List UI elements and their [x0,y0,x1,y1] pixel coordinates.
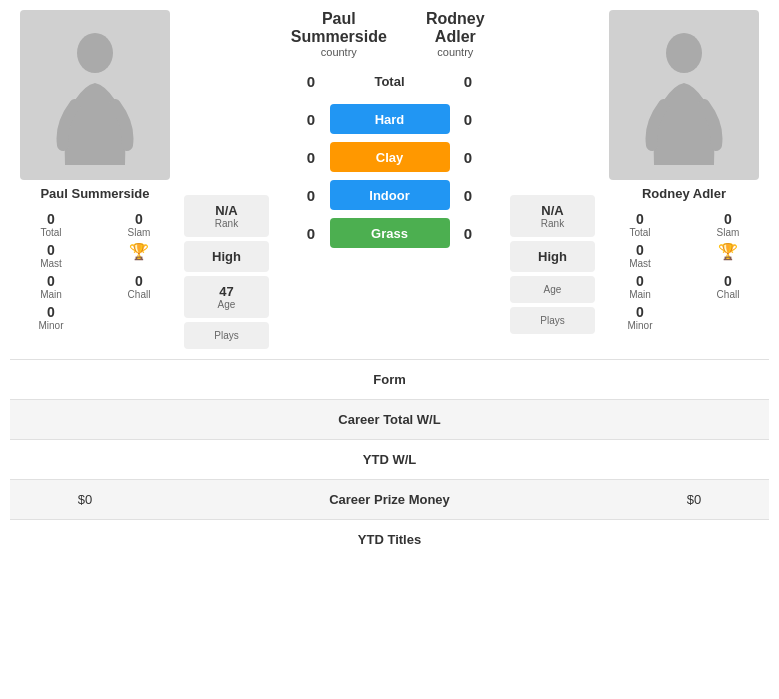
svg-point-0 [77,33,113,73]
left-info-boxes: N/A Rank High 47 Age Plays [184,195,269,349]
score-right-hard: 0 [456,111,481,128]
main-container: Paul Summerside 0 Total 0 Slam 0 Mast 🏆 [0,0,779,559]
left-stat-trophy: 🏆 [98,242,180,269]
middle-section: Paul Summerside country Rodney Adler cou… [273,10,506,252]
bottom-row-career-prize-money: $0 Career Prize Money $0 [10,479,769,519]
score-left-hard: 0 [299,111,324,128]
score-left-grass: 0 [299,225,324,242]
surface-btn-indoor[interactable]: Indoor [330,180,450,210]
right-high-box: High [510,241,595,272]
score-right-grass: 0 [456,225,481,242]
right-rank-box: N/A Rank [510,195,595,237]
bottom-row-ytd-wl: YTD W/L [10,439,769,479]
left-high-box: High [184,241,269,272]
score-right-clay: 0 [456,149,481,166]
left-name-label: Paul Summerside [273,10,405,46]
right-player-section: Rodney Adler 0 Total 0 Slam 0 Mast 🏆 [599,10,769,331]
right-stat-mast: 0 Mast [599,242,681,269]
svg-point-1 [666,33,702,73]
bottom-section: Form Career Total W/L YTD W/L $0 Career … [0,359,779,559]
left-stat-total: 0 Total [10,211,92,238]
left-player-photo [20,10,170,180]
right-country-label: country [405,46,506,58]
left-age-box: 47 Age [184,276,269,318]
bottom-label-ytd-wl: YTD W/L [160,452,619,467]
left-player-section: Paul Summerside 0 Total 0 Slam 0 Mast 🏆 [10,10,180,331]
left-stat-main: 0 Main [10,273,92,300]
surface-btn-grass[interactable]: Grass [330,218,450,248]
surface-btn-hard[interactable]: Hard [330,104,450,134]
left-trophy-icon: 🏆 [129,242,149,261]
left-country-label: country [273,46,405,58]
right-player-stats: 0 Total 0 Slam 0 Mast 🏆 0 Main [599,211,769,331]
bottom-right-career-prize-money: $0 [619,492,769,507]
left-player-name: Paul Summerside [40,186,149,201]
bottom-label-career-prize-money: Career Prize Money [160,492,619,507]
left-stat-mast: 0 Mast [10,242,92,269]
right-trophy-icon: 🏆 [718,242,738,261]
left-name-center: Paul Summerside country [273,10,405,58]
right-stat-slam: 0 Slam [687,211,769,238]
right-player-silhouette [644,25,724,165]
bottom-label-ytd-titles: YTD Titles [160,532,619,547]
left-player-silhouette [55,25,135,165]
comparison-section: Paul Summerside 0 Total 0 Slam 0 Mast 🏆 [0,0,779,359]
total-row: 0 Total 0 [299,62,481,100]
right-name-label: Rodney Adler [405,10,506,46]
right-stat-minor: 0 Minor [599,304,681,331]
right-plays-box: Plays [510,307,595,334]
bottom-row-form: Form [10,359,769,399]
bottom-label-career-total-wl: Career Total W/L [160,412,619,427]
right-stat-chall: 0 Chall [687,273,769,300]
left-plays-box: Plays [184,322,269,349]
left-player-stats: 0 Total 0 Slam 0 Mast 🏆 0 Main [10,211,180,331]
total-label: Total [330,67,450,95]
bottom-left-career-prize-money: $0 [10,492,160,507]
bottom-label-form: Form [160,372,619,387]
bottom-row-career-total-wl: Career Total W/L [10,399,769,439]
surface-btn-clay[interactable]: Clay [330,142,450,172]
right-stat-trophy: 🏆 [687,242,769,269]
surface-row-grass: 0 Grass 0 [299,214,481,252]
right-player-name: Rodney Adler [642,186,726,201]
right-age-box: Age [510,276,595,303]
score-left-clay: 0 [299,149,324,166]
right-name-center: Rodney Adler country [405,10,506,58]
left-rank-box: N/A Rank [184,195,269,237]
right-info-boxes: N/A Rank High Age Plays [510,195,595,334]
score-left-indoor: 0 [299,187,324,204]
surfaces-container: 0 Hard 0 0 Clay 0 0 Indoor 0 0 Grass 0 [299,100,481,252]
right-stat-main: 0 Main [599,273,681,300]
left-stat-slam: 0 Slam [98,211,180,238]
score-right-indoor: 0 [456,187,481,204]
right-stat-total: 0 Total [599,211,681,238]
names-row: Paul Summerside country Rodney Adler cou… [273,10,506,58]
left-stat-minor: 0 Minor [10,304,92,331]
surface-row-hard: 0 Hard 0 [299,100,481,138]
surface-row-indoor: 0 Indoor 0 [299,176,481,214]
bottom-row-ytd-titles: YTD Titles [10,519,769,559]
left-stat-chall: 0 Chall [98,273,180,300]
right-player-photo [609,10,759,180]
surface-row-clay: 0 Clay 0 [299,138,481,176]
